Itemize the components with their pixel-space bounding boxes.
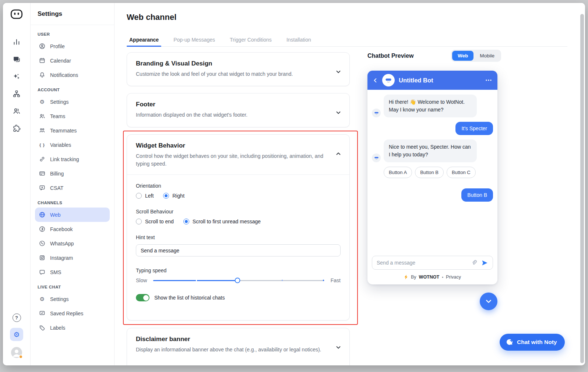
reply-bubble-icon (39, 310, 45, 316)
chat-message-input[interactable] (377, 260, 467, 266)
history-toggle-row: Show the list of historical chats (136, 294, 341, 301)
footer-card[interactable]: Footer Information displayed on the chat… (127, 93, 350, 127)
radio-unchecked[interactable] (136, 193, 142, 199)
wotnot-logo-icon[interactable] (10, 9, 23, 21)
help-icon[interactable]: ? (13, 313, 21, 322)
scroll-to-end-option[interactable]: Scroll to end (136, 219, 174, 224)
people-icon (39, 113, 45, 119)
sidebar-item-link-tracking[interactable]: Link tracking (35, 152, 110, 166)
user-message-bubble: Button B (461, 188, 493, 202)
app-window: ? ⚙ Settings USER Profile Calendar (3, 3, 585, 365)
vertical-scrollbar[interactable] (580, 14, 584, 363)
gear-icon: ⚙ (39, 296, 45, 302)
sidebar-item-saved-replies[interactable]: Saved Replies (35, 306, 110, 320)
segment-mobile[interactable]: Mobile (474, 51, 500, 61)
quick-replies-row: Button A Button B Button C (384, 167, 493, 178)
slider-handle[interactable] (235, 278, 240, 283)
footer-card-title: Footer (136, 101, 341, 108)
ai-assistant-icon[interactable] (12, 72, 21, 81)
gear-icon: ⚙ (39, 99, 45, 105)
conversations-icon[interactable] (12, 55, 21, 64)
chat-input-row (372, 256, 493, 270)
contacts-icon[interactable] (12, 107, 21, 116)
bot-message-bubble: Hi there! 👋 Welcome to WotNot. May I kno… (384, 95, 477, 117)
preview-device-segment: Web Mobile (451, 50, 501, 62)
footer-card-desc: Information displayed on the chat widget… (136, 111, 328, 119)
chevron-down-icon[interactable] (335, 110, 341, 117)
sidebar-item-labels[interactable]: Labels (35, 320, 110, 335)
page-title: Web channel (127, 13, 176, 22)
analytics-icon[interactable] (12, 38, 21, 46)
footer-privacy-link[interactable]: Privacy (446, 274, 461, 280)
orientation-left-option[interactable]: Left (136, 193, 154, 199)
history-toggle-switch[interactable] (136, 294, 149, 301)
sidebar-item-calendar[interactable]: Calendar (35, 53, 110, 68)
tab-installation[interactable]: Installation (284, 33, 314, 46)
bot-message-row: Hi there! 👋 Welcome to WotNot. May I kno… (372, 95, 493, 117)
bot-avatar-small (372, 109, 381, 117)
sidebar-item-instagram[interactable]: Instagram (35, 251, 110, 265)
orientation-right-option[interactable]: Right (163, 193, 184, 199)
quick-reply-button-c[interactable]: Button C (447, 167, 476, 178)
sidebar-title: Settings (31, 3, 114, 25)
radio-unchecked[interactable] (136, 219, 142, 224)
orientation-group: Orientation Left Right (136, 183, 341, 199)
sidebar-item-variables[interactable]: { } Variables (35, 138, 110, 152)
settings-gear-icon[interactable]: ⚙ (10, 328, 23, 341)
chevron-up-icon[interactable] (335, 151, 341, 158)
chat-with-noty-button[interactable]: Chat with Noty (500, 334, 565, 351)
tab-bar: Appearance Pop-up Messages Trigger Condi… (127, 33, 567, 47)
chevron-down-icon[interactable] (335, 69, 341, 76)
chevron-down-icon[interactable] (335, 344, 341, 352)
scroll-down-button[interactable] (480, 293, 497, 310)
tab-trigger-conditions[interactable]: Trigger Conditions (227, 33, 274, 46)
attachment-icon[interactable] (471, 259, 478, 266)
typing-speed-slider[interactable] (153, 280, 324, 281)
quick-reply-button-a[interactable]: Button A (384, 167, 412, 178)
disclaimer-card-desc: Display an informational banner above th… (136, 346, 328, 354)
sidebar-item-teammates[interactable]: Teammates (35, 123, 110, 138)
tab-popup-messages[interactable]: Pop-up Messages (171, 33, 218, 46)
radio-checked[interactable] (163, 193, 169, 199)
people-group-icon (39, 127, 45, 134)
scroll-to-first-unread-option[interactable]: Scroll to first unread message (183, 219, 261, 224)
branding-card[interactable]: Branding & Visual Design Customize the l… (127, 52, 350, 86)
sidebar-item-profile[interactable]: Profile (35, 39, 110, 53)
sidebar-item-livechat-settings[interactable]: ⚙ Settings (35, 292, 110, 306)
disclaimer-card[interactable]: Disclaimer banner Display an information… (127, 328, 350, 365)
quick-reply-button-b[interactable]: Button B (415, 167, 444, 178)
section-label-user: USER (38, 32, 107, 36)
scroll-behaviour-group: Scroll Behaviour Scroll to end Scroll to… (136, 209, 341, 224)
bot-avatar (382, 74, 395, 86)
integrations-icon[interactable] (12, 124, 21, 133)
sidebar-item-csat[interactable]: CSAT (35, 181, 110, 195)
bot-flows-icon[interactable] (12, 89, 21, 98)
sidebar-item-account-settings[interactable]: ⚙ Settings (35, 95, 110, 109)
bell-icon (39, 72, 45, 78)
sidebar-item-notifications[interactable]: Notifications (35, 68, 110, 82)
sidebar-item-teams[interactable]: Teams (35, 109, 110, 123)
calendar-icon (39, 57, 45, 64)
widget-behavior-desc: Control how the widget behaves on your s… (136, 152, 328, 168)
segment-web[interactable]: Web (452, 51, 473, 61)
sidebar-item-whatsapp[interactable]: WhatsApp (35, 236, 110, 251)
history-toggle-label: Show the list of historical chats (154, 295, 225, 301)
send-icon[interactable] (481, 259, 488, 266)
sidebar-item-billing[interactable]: Billing (35, 166, 110, 181)
bot-message-row: Nice to meet you, Specter. How can I hel… (372, 139, 493, 162)
more-options-icon[interactable] (485, 77, 492, 83)
sidebar-item-facebook[interactable]: Facebook (35, 222, 110, 236)
hint-text-input[interactable] (136, 244, 341, 256)
sidebar-item-sms[interactable]: SMS (35, 265, 110, 279)
typing-speed-label: Typing speed (136, 268, 341, 273)
tab-appearance[interactable]: Appearance (127, 33, 161, 46)
back-chevron-icon[interactable] (373, 78, 378, 83)
radio-checked[interactable] (183, 219, 189, 224)
user-avatar[interactable] (11, 347, 22, 358)
sidebar-item-web[interactable]: Web (35, 208, 110, 222)
hint-text-label: Hint text (136, 234, 341, 240)
instagram-icon (39, 255, 45, 261)
footer-brand[interactable]: WOTNOT (419, 274, 440, 280)
disclaimer-card-title: Disclaimer banner (136, 336, 341, 343)
typing-speed-group: Typing speed Slow Fast (136, 268, 341, 283)
